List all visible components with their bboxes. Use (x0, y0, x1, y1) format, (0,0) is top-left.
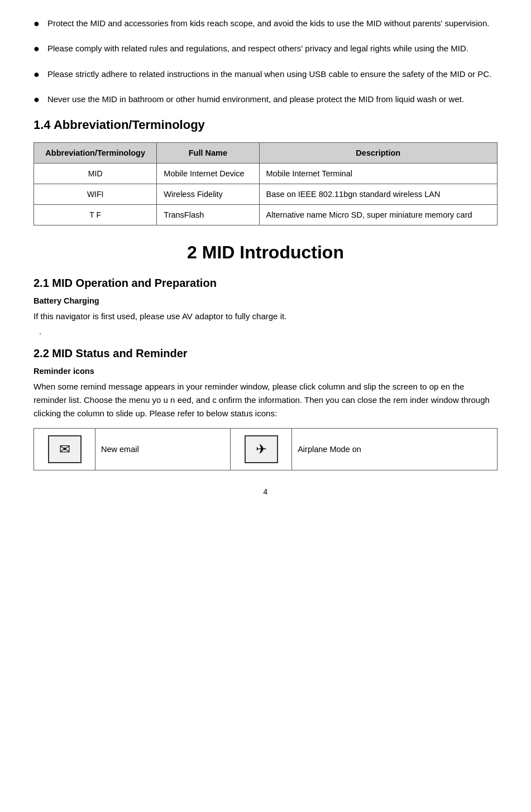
section-14-heading: 1.4 Abbreviation/Terminology (34, 118, 497, 132)
bullet-dot-2: ● (34, 43, 40, 55)
fullname-wifi: Wireless Fidelity (157, 184, 259, 205)
bullet-item-4: ● Never use the MID in bathroom or other… (34, 93, 497, 105)
new-email-icon-cell: ✉ (34, 429, 95, 470)
col-header-fullname: Full Name (157, 143, 259, 164)
fullname-mid: Mobile Internet Device (157, 164, 259, 184)
section-14: 1.4 Abbreviation/Terminology Abbreviatio… (34, 118, 497, 225)
new-email-icon: ✉ (48, 435, 82, 463)
airplane-mode-label: Airplane Mode on (292, 429, 497, 470)
section-21: 2.1 MID Operation and Preparation Batter… (34, 277, 497, 336)
bullet-section: ● Protect the MID and accessories from k… (34, 17, 497, 105)
table-header-row: Abbreviation/Terminology Full Name Descr… (34, 143, 497, 164)
table-row: T F TransFlash Alternative name Micro SD… (34, 205, 497, 225)
bullet-item-1: ● Protect the MID and accessories from k… (34, 17, 497, 30)
abbreviation-table: Abbreviation/Terminology Full Name Descr… (34, 142, 497, 225)
table-row: WIFI Wireless Fidelity Base on IEEE 802.… (34, 184, 497, 205)
desc-wifi: Base on IEEE 802.11bgn standard wireless… (259, 184, 497, 205)
section-22-heading: 2.2 MID Status and Reminder (34, 347, 497, 360)
bullet-dot-3: ● (34, 69, 40, 80)
airplane-icon-glyph: ✈ (256, 441, 267, 457)
col-header-abbrev: Abbreviation/Terminology (34, 143, 157, 164)
new-email-label: New email (95, 429, 231, 470)
chapter-2-title: 2 MID Introduction (34, 242, 497, 263)
reminder-icons-subheading: Reminder icons (34, 367, 497, 376)
bullet-text-3: Please strictly adhere to related instru… (47, 68, 491, 80)
section-22: 2.2 MID Status and Reminder Reminder ico… (34, 347, 497, 470)
page-number: 4 (34, 487, 497, 496)
battery-charging-subheading: Battery Charging (34, 296, 497, 305)
table-row: MID Mobile Internet Device Mobile Intern… (34, 164, 497, 184)
bullet-text-2: Please comply with related rules and reg… (47, 42, 468, 55)
bullet-dot-4: ● (34, 94, 40, 105)
abbrev-wifi: WIFI (34, 184, 157, 205)
abbrev-mid: MID (34, 164, 157, 184)
status-row: ✉ New email ✈ Airplane Mode on (34, 429, 497, 470)
bullet-dot-1: ● (34, 18, 40, 30)
reminder-body-text: When some remind message appears in your… (34, 380, 497, 420)
bullet-text-4: Never use the MID in bathroom or other h… (47, 93, 464, 105)
fullname-tf: TransFlash (157, 205, 259, 225)
bullet-item-2: ● Please comply with related rules and r… (34, 42, 497, 55)
airplane-mode-icon-cell: ✈ (231, 429, 292, 470)
airplane-mode-icon: ✈ (245, 435, 278, 463)
col-header-description: Description (259, 143, 497, 164)
dot-separator: . (34, 326, 497, 336)
chapter-2-title-block: 2 MID Introduction (34, 242, 497, 263)
desc-mid: Mobile Internet Terminal (259, 164, 497, 184)
abbrev-tf: T F (34, 205, 157, 225)
email-icon-glyph: ✉ (59, 441, 70, 457)
section-21-heading: 2.1 MID Operation and Preparation (34, 277, 497, 290)
status-icons-table: ✉ New email ✈ Airplane Mode on (34, 428, 497, 470)
desc-tf: Alternative name Micro SD, super miniatu… (259, 205, 497, 225)
battery-charging-text: If this navigator is first used, please … (34, 310, 497, 323)
bullet-item-3: ● Please strictly adhere to related inst… (34, 68, 497, 80)
bullet-text-1: Protect the MID and accessories from kid… (47, 17, 490, 30)
